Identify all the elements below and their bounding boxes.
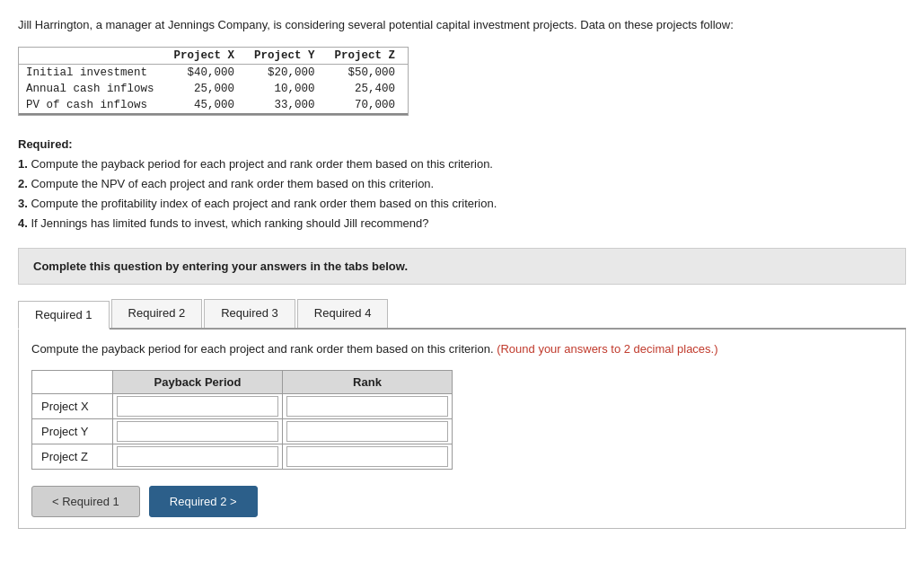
row-y-1: $20,000 — [247, 64, 328, 81]
project-x-rank-input[interactable] — [286, 396, 448, 417]
req-item-3: 3. Compute the profitability index of ea… — [18, 194, 906, 214]
row-x-1: $40,000 — [167, 64, 248, 81]
project-x-payback-cell — [113, 394, 283, 419]
project-y-payback-input[interactable] — [117, 421, 278, 442]
table-row: PV of cash inflows 45,000 33,000 70,000 — [19, 97, 408, 114]
project-x-label: Project X — [32, 394, 113, 419]
table-row: Initial investment $40,000 $20,000 $50,0… — [19, 64, 408, 81]
row-label-3: PV of cash inflows — [19, 97, 167, 114]
project-y-rank-cell — [283, 419, 453, 444]
tab-1-label: Required 1 — [35, 308, 92, 321]
prev-button-label: < Required 1 — [52, 495, 119, 508]
project-y-payback-cell — [113, 419, 283, 444]
req-item-4: 4. If Jennings has limited funds to inve… — [18, 214, 906, 233]
intro-text: Jill Harrington, a manager at Jennings C… — [18, 16, 906, 34]
req-item-2: 2. Compute the NPV of each project and r… — [18, 174, 906, 194]
col-header-z: Project Z — [328, 48, 409, 65]
tab-4-label: Required 4 — [314, 306, 372, 320]
next-button-label: Required 2 > — [170, 495, 237, 508]
tab-required-3[interactable]: Required 3 — [204, 299, 295, 328]
row-label-1: Initial investment — [19, 64, 167, 81]
tab-instruction: Compute the payback period for each proj… — [31, 340, 893, 358]
row-z-3: 70,000 — [328, 97, 409, 114]
tab-required-4[interactable]: Required 4 — [297, 299, 389, 328]
table-row: Project Z — [32, 444, 453, 470]
row-z-1: $50,000 — [328, 64, 409, 81]
project-z-rank-cell — [283, 444, 453, 470]
project-z-label: Project Z — [32, 444, 113, 470]
req-text-4: If Jennings has limited funds to invest,… — [31, 216, 428, 230]
answer-table: Payback Period Rank Project X Project Y — [31, 370, 453, 470]
project-z-payback-cell — [113, 444, 283, 470]
table-row: Project X — [32, 394, 453, 419]
prev-button[interactable]: < Required 1 — [31, 486, 140, 517]
complete-box-text: Complete this question by entering your … — [33, 260, 408, 273]
project-y-label: Project Y — [32, 419, 113, 444]
req-num-2: 2. — [18, 177, 28, 190]
tab-instruction-note: (Round your answers to 2 decimal places.… — [497, 342, 717, 356]
project-z-rank-input[interactable] — [286, 446, 448, 467]
req-text-2: Compute the NPV of each project and rank… — [31, 177, 434, 190]
project-y-rank-input[interactable] — [286, 421, 448, 442]
col-header-x: Project X — [167, 48, 248, 65]
req-item-1: 1. Compute the payback period for each p… — [18, 154, 906, 174]
req-text-1: Compute the payback period for each proj… — [31, 157, 493, 171]
row-z-2: 25,400 — [328, 81, 409, 97]
row-x-2: 25,000 — [167, 81, 248, 97]
tab-content: Compute the payback period for each proj… — [18, 330, 906, 530]
table-row: Project Y — [32, 419, 453, 444]
col-header-y: Project Y — [247, 48, 328, 65]
tab-instruction-main: Compute the payback period for each proj… — [31, 342, 494, 356]
project-x-payback-input[interactable] — [117, 396, 278, 417]
req-num-1: 1. — [18, 157, 28, 171]
tab-2-label: Required 2 — [128, 306, 186, 320]
required-section: Required: 1. Compute the payback period … — [18, 135, 906, 233]
answer-col-header-payback: Payback Period — [113, 371, 283, 394]
data-table: Project X Project Y Project Z Initial in… — [19, 48, 408, 115]
row-x-3: 45,000 — [167, 97, 248, 114]
nav-buttons: < Required 1 Required 2 > — [31, 486, 893, 517]
next-button[interactable]: Required 2 > — [149, 486, 258, 517]
data-table-wrapper: Project X Project Y Project Z Initial in… — [18, 47, 409, 116]
req-num-4: 4. — [18, 216, 28, 230]
answer-col-header-rank: Rank — [283, 371, 453, 394]
answer-col-header-empty — [32, 371, 113, 394]
col-header-label — [19, 48, 167, 65]
project-x-rank-cell — [283, 394, 453, 419]
req-num-3: 3. — [18, 197, 28, 210]
project-z-payback-input[interactable] — [117, 446, 278, 467]
complete-box: Complete this question by entering your … — [18, 248, 906, 285]
req-text-3: Compute the profitability index of each … — [31, 197, 497, 210]
row-y-3: 33,000 — [247, 97, 328, 114]
row-y-2: 10,000 — [247, 81, 328, 97]
required-title: Required: — [18, 137, 73, 151]
table-row: Annual cash inflows 25,000 10,000 25,400 — [19, 81, 408, 97]
tabs-row: Required 1 Required 2 Required 3 Require… — [18, 299, 906, 330]
tab-required-2[interactable]: Required 2 — [111, 299, 203, 328]
tab-3-label: Required 3 — [221, 306, 278, 320]
tab-required-1[interactable]: Required 1 — [18, 301, 110, 330]
answer-table-wrapper: Payback Period Rank Project X Project Y — [31, 370, 893, 470]
row-label-2: Annual cash inflows — [19, 81, 167, 97]
